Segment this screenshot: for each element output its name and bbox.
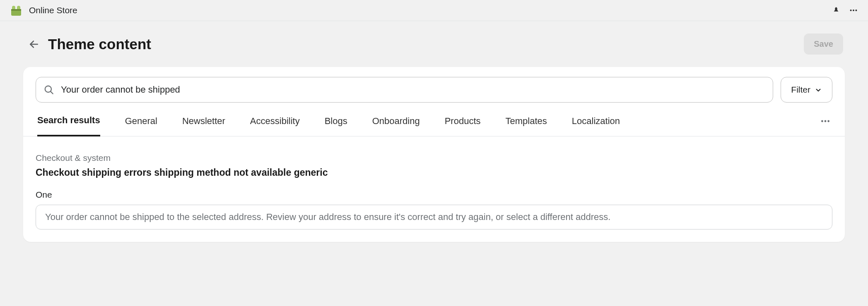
- main-card: Filter Search results General Newsletter…: [23, 67, 845, 242]
- tabs-row: Search results General Newsletter Access…: [23, 103, 845, 136]
- tab-blogs[interactable]: Blogs: [325, 116, 347, 136]
- chevron-down-icon: [815, 86, 822, 93]
- tabs-more-icon[interactable]: [820, 116, 831, 136]
- search-input[interactable]: [61, 84, 765, 95]
- top-bar-right: [832, 6, 858, 15]
- svg-line-9: [51, 91, 53, 94]
- svg-point-4: [850, 10, 852, 11]
- svg-point-11: [825, 120, 827, 122]
- filter-button[interactable]: Filter: [781, 77, 832, 103]
- setting-title: Checkout shipping errors shipping method…: [36, 167, 832, 178]
- svg-point-10: [821, 120, 823, 122]
- tab-accessibility[interactable]: Accessibility: [250, 116, 300, 136]
- tab-templates[interactable]: Templates: [506, 116, 547, 136]
- app-title: Online Store: [29, 5, 77, 15]
- back-arrow-icon[interactable]: [28, 38, 40, 50]
- save-button[interactable]: Save: [804, 33, 843, 55]
- field-input-one[interactable]: [36, 205, 832, 230]
- app-icon: [10, 4, 22, 17]
- category-label: Checkout & system: [36, 153, 832, 163]
- pin-icon[interactable]: [832, 6, 841, 15]
- page-header-left: Theme content: [28, 36, 151, 53]
- top-bar: Online Store: [0, 0, 868, 21]
- search-filter-row: Filter: [23, 67, 845, 103]
- tab-general[interactable]: General: [125, 116, 157, 136]
- svg-point-6: [855, 10, 857, 11]
- page-title: Theme content: [48, 36, 151, 53]
- tab-onboarding[interactable]: Onboarding: [372, 116, 420, 136]
- svg-rect-3: [11, 9, 21, 11]
- page-header: Theme content Save: [0, 21, 868, 67]
- top-bar-left: Online Store: [10, 4, 77, 17]
- search-input-wrapper[interactable]: [36, 77, 773, 103]
- search-icon: [43, 84, 54, 95]
- tab-search-results[interactable]: Search results: [37, 115, 100, 136]
- tab-localization[interactable]: Localization: [572, 116, 620, 136]
- content-section: Checkout & system Checkout shipping erro…: [23, 136, 845, 242]
- more-icon[interactable]: [849, 6, 858, 15]
- filter-label: Filter: [791, 85, 810, 95]
- svg-point-5: [853, 10, 854, 11]
- tab-products[interactable]: Products: [445, 116, 481, 136]
- svg-point-12: [827, 120, 829, 122]
- tab-newsletter[interactable]: Newsletter: [182, 116, 225, 136]
- field-label: One: [36, 190, 832, 200]
